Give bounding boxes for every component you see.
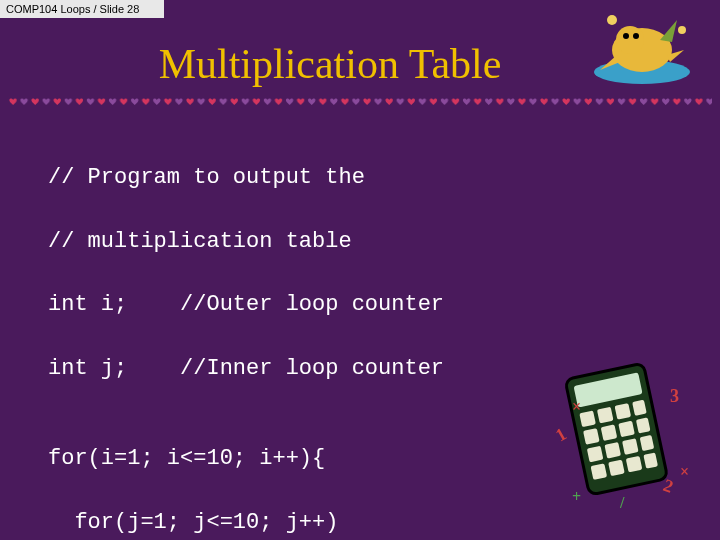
svg-rect-12 bbox=[615, 403, 632, 420]
character-clipart bbox=[582, 0, 702, 90]
code-line: int i; //Outer loop counter bbox=[48, 289, 720, 321]
svg-rect-19 bbox=[604, 442, 621, 459]
svg-point-3 bbox=[623, 33, 629, 39]
svg-text:+: + bbox=[572, 488, 581, 505]
svg-rect-23 bbox=[608, 460, 625, 477]
svg-rect-7 bbox=[8, 96, 712, 110]
svg-rect-18 bbox=[587, 446, 604, 463]
svg-text:3: 3 bbox=[670, 386, 679, 406]
code-line: // Program to output the bbox=[48, 162, 720, 194]
svg-text:×: × bbox=[572, 398, 581, 415]
svg-rect-16 bbox=[618, 421, 635, 438]
svg-rect-10 bbox=[579, 411, 596, 428]
code-line: // multiplication table bbox=[48, 226, 720, 258]
decorative-divider bbox=[8, 96, 712, 110]
svg-point-5 bbox=[607, 15, 617, 25]
svg-point-4 bbox=[633, 33, 639, 39]
svg-rect-14 bbox=[583, 428, 600, 445]
svg-text:/: / bbox=[619, 494, 625, 511]
svg-rect-22 bbox=[591, 463, 608, 480]
course-label: COMP104 Loops / Slide 28 bbox=[6, 3, 139, 15]
svg-text:1: 1 bbox=[552, 424, 570, 446]
svg-rect-20 bbox=[622, 438, 639, 455]
svg-rect-15 bbox=[601, 424, 618, 441]
svg-point-6 bbox=[678, 26, 686, 34]
slide-header: COMP104 Loops / Slide 28 bbox=[0, 0, 164, 18]
svg-rect-11 bbox=[597, 407, 614, 424]
svg-rect-24 bbox=[626, 456, 643, 473]
svg-text:×: × bbox=[680, 463, 689, 480]
calculator-clipart: 1 × 3 2 × + / bbox=[542, 352, 692, 512]
svg-point-2 bbox=[616, 26, 644, 54]
